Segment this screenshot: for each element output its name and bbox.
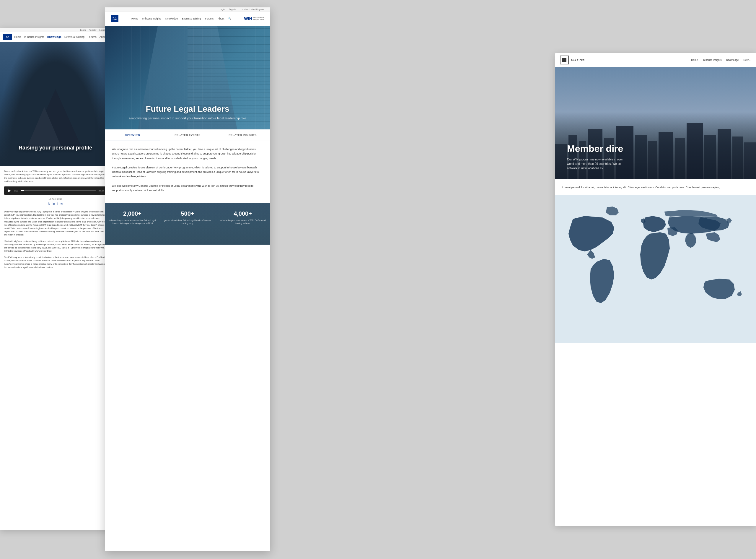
right-logo: DLA PIPER (560, 55, 585, 64)
stat-1-desc: in-house lawyers were welcomed to a Futu… (108, 219, 156, 225)
play-button[interactable]: ▶ (7, 188, 12, 193)
svg-rect-8 (659, 132, 673, 179)
nav-home[interactable]: Home (14, 36, 21, 39)
right-hero-text: Member dire Our WIN programme now availa… (555, 134, 635, 179)
right-nav-events[interactable]: Even... (743, 59, 751, 62)
social-twitter[interactable]: 𝕏 (48, 202, 50, 205)
stat-3-number: 4,000+ (219, 210, 267, 217)
article-paragraph-3: Sinek's theory aims to look at why certa… (4, 255, 107, 269)
window-future-legal-leaders: Login Register Location: United Kingdom … (105, 7, 270, 551)
right-logo-box (560, 55, 569, 64)
right-nav-inhouse[interactable]: In-house insights (703, 59, 721, 62)
content-paragraph-2: Future Legal Leaders is one element of o… (112, 165, 263, 179)
window-article: Log in Register Location: DLA Home In-ho… (0, 28, 111, 530)
svg-rect-14 (744, 142, 756, 179)
login-link[interactable]: Log in (80, 29, 86, 31)
right-nav: DLA PIPER Home In-house insights Knowled… (555, 53, 756, 67)
center-nav: DLAPIPER Home In-house insights Knowledg… (105, 12, 270, 26)
map-svg (555, 195, 756, 343)
window-member-directory: DLA PIPER Home In-house insights Knowled… (555, 53, 756, 526)
social-facebook[interactable]: f (57, 202, 58, 205)
stat-2-number: 500+ (164, 210, 211, 217)
nav-forums[interactable]: Forums (87, 36, 96, 39)
stat-2-desc: guests attended our Future Legal Leaders… (164, 219, 211, 225)
content-paragraph-3: We also welcome any General Counsel or H… (112, 184, 263, 193)
hero-title: Future Legal Leaders (129, 104, 246, 114)
center-login[interactable]: Login (220, 8, 225, 10)
article-date: 12 April 2019 (0, 195, 111, 201)
center-nav-home[interactable]: Home (132, 17, 138, 20)
center-nav-inhouse[interactable]: In-house insights (142, 17, 161, 20)
social-links: 𝕏 in f ✉ (0, 201, 111, 208)
stat-3: 4,000+ in-house lawyers have viewed a WI… (215, 203, 270, 245)
center-content: We recognise that as in-house counsel mo… (105, 141, 270, 203)
tab-overview[interactable]: OVERVIEW (105, 129, 160, 141)
right-body-text: Lorem ipsum dolor sit amet, consectetur … (555, 179, 756, 195)
nav-links: Home In-house insights Knowledge Events … (14, 36, 106, 39)
article-preview-paragraph: Based on feedback from our WIN community… (4, 170, 107, 183)
article-body-preview: Based on feedback from our WIN community… (0, 166, 111, 186)
article-body: Does your legal department need a 'why';… (0, 208, 111, 274)
video-progress-track[interactable] (21, 190, 96, 191)
nav-inhouse[interactable]: In-house insights (24, 36, 44, 39)
svg-rect-10 (687, 123, 703, 179)
center-topbar: Login Register Location: United Kingdom (105, 7, 270, 12)
svg-rect-9 (675, 138, 685, 179)
center-nav-knowledge[interactable]: Knowledge (165, 17, 178, 20)
social-email[interactable]: ✉ (61, 202, 63, 205)
center-nav-search-icon[interactable]: 🔍 (228, 17, 231, 20)
hero-text-block: Future Legal Leaders Empowering personal… (117, 95, 258, 129)
social-linkedin[interactable]: in (52, 202, 55, 205)
article-hero-title: Raising your personal profile (19, 145, 92, 151)
hero-subtitle: Empowering personal impact to support yo… (129, 116, 246, 120)
svg-rect-13 (732, 136, 743, 179)
center-nav-forums[interactable]: Forums (205, 17, 213, 20)
win-badge: WIN what in-houselawyers need (244, 16, 264, 21)
center-nav-about[interactable]: About (217, 17, 224, 20)
right-body-paragraph: Lorem ipsum dolor sit amet, consectetur … (562, 185, 749, 189)
svg-rect-12 (718, 129, 731, 179)
right-nav-knowledge[interactable]: Knowledge (726, 59, 738, 62)
article-paragraph-1: Does your legal department need a 'why';… (4, 210, 107, 237)
right-nav-links: Home In-house insights Knowledge Even... (691, 59, 751, 62)
center-nav-links: Home In-house insights Knowledge Events … (132, 17, 231, 20)
article-nav: DLA Home In-house insights Knowledge Eve… (0, 32, 111, 42)
stat-1: 2,000+ in-house lawyers were welcomed to… (105, 203, 160, 245)
video-player[interactable]: ▶ 0:00 34:18 (4, 186, 107, 195)
svg-rect-11 (704, 135, 716, 179)
register-link[interactable]: Register (89, 29, 96, 31)
article-topbar: Log in Register Location: (0, 28, 111, 32)
center-location: Location: United Kingdom (241, 8, 264, 10)
video-end-time: 34:18 (98, 190, 104, 192)
center-register[interactable]: Register (229, 8, 236, 10)
content-paragraph-1: We recognise that as in-house counsel mo… (112, 147, 263, 161)
right-hero-title: Member dire (567, 143, 623, 154)
center-logo: DLAPIPER (111, 15, 119, 23)
right-hero: Member dire Our WIN programme now availa… (555, 67, 756, 179)
stats-section: 2,000+ in-house lawyers were welcomed to… (105, 203, 270, 245)
center-nav-events[interactable]: Events & training (182, 17, 201, 20)
right-hero-subtitle: Our WIN programme now available in overw… (567, 157, 623, 171)
video-progress-fill (21, 190, 24, 191)
right-logo-inner (562, 58, 567, 62)
center-hero: Future Legal Leaders Empowering personal… (105, 26, 270, 129)
stat-3-desc: in-house lawyers have viewed a WIN: On D… (219, 219, 267, 225)
stat-2: 500+ guests attended our Future Legal Le… (160, 203, 215, 245)
article-paragraph-2: 'Start with why' as a business theory ac… (4, 240, 107, 253)
content-tabs: OVERVIEW RELATED EVENTS RELATED INSIGHTS (105, 129, 270, 141)
tab-related-events[interactable]: RELATED EVENTS (160, 129, 215, 141)
world-map (555, 195, 756, 343)
dla-piper-logo-box: DLAPIPER (111, 15, 119, 23)
right-logo-text: DLA PIPER (571, 59, 585, 61)
nav-events[interactable]: Events & training (64, 36, 85, 39)
video-current-time: 0:00 (14, 190, 18, 192)
right-nav-home[interactable]: Home (691, 59, 698, 62)
logo: DLA (3, 34, 12, 40)
svg-rect-6 (635, 135, 647, 179)
article-hero-image: Raising your personal profile (0, 42, 111, 166)
nav-knowledge[interactable]: Knowledge (47, 36, 62, 39)
svg-rect-7 (648, 141, 657, 179)
stat-1-number: 2,000+ (108, 210, 156, 217)
article-hero-text: Raising your personal profile (13, 139, 98, 157)
tab-related-insights[interactable]: RELATED INSIGHTS (215, 129, 270, 141)
